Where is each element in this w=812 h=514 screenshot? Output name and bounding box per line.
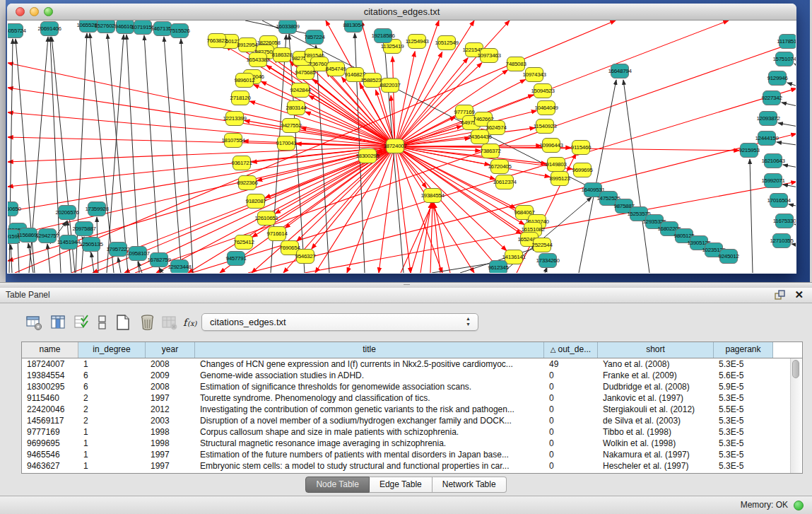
cell-pagerank[interactable]: 5.5E-5: [714, 404, 773, 415]
cell-short[interactable]: Hescheler et al. (1997): [598, 460, 714, 472]
graph-node[interactable]: 10974343: [525, 67, 543, 82]
tab-edge-table[interactable]: Edge Table: [370, 477, 433, 493]
cell-year[interactable]: 2003: [146, 415, 195, 426]
cell-pagerank[interactable]: 5.3E-5: [714, 438, 773, 449]
graph-node[interactable]: 9427552: [282, 118, 300, 133]
cell-in_degree[interactable]: 1: [78, 426, 146, 438]
graph-node[interactable]: 7857224: [305, 30, 324, 45]
graph-node[interactable]: 9612345: [489, 260, 507, 273]
cell-name[interactable]: 9465546: [22, 449, 78, 460]
cell-short[interactable]: Jankovic et al. (1997): [598, 392, 714, 404]
column-header-title[interactable]: title: [195, 342, 544, 358]
graph-node[interactable]: 9716614: [268, 226, 286, 241]
table-row[interactable]: 946362711997Embryonic stem cells: a mode…: [22, 460, 802, 472]
graph-node[interactable]: 11451944: [59, 235, 78, 250]
cell-out_degree[interactable]: 0: [544, 460, 598, 472]
cell-title[interactable]: Tourette syndrome. Phenomenology and cla…: [195, 392, 544, 404]
cell-title[interactable]: Disruption of a novel member of a sodium…: [195, 415, 544, 426]
graph-node[interactable]: 20975887: [75, 221, 93, 236]
graph-node[interactable]: 8454749: [326, 62, 345, 76]
graph-node[interactable]: 16782759: [150, 252, 168, 267]
cell-editor-button[interactable]: [92, 313, 112, 332]
graph-node[interactable]: 16210643: [764, 153, 782, 168]
table-row[interactable]: 1872400712008Changes of HCN gene express…: [22, 358, 802, 370]
graph-node[interactable]: 16543382: [249, 52, 267, 67]
graph-node[interactable]: 11178511: [779, 34, 796, 49]
graph-node[interactable]: 7515526: [170, 23, 189, 38]
cell-out_degree[interactable]: 0: [544, 381, 598, 392]
cell-title[interactable]: Genome-wide association studies in ADHD.: [195, 370, 544, 381]
vertical-scrollbar[interactable]: [790, 358, 801, 473]
graph-node[interactable]: 11540923: [536, 119, 554, 134]
table-row[interactable]: 1456911722003Disruption of a novel membe…: [22, 415, 802, 426]
float-panel-icon[interactable]: [775, 290, 785, 300]
cell-out_degree[interactable]: 0: [544, 404, 598, 415]
cell-title[interactable]: Estimation of significance thresholds fo…: [195, 381, 544, 392]
cell-name[interactable]: 22420046: [22, 404, 78, 415]
table-row[interactable]: 969969511998Structural magnetic resonanc…: [22, 438, 802, 449]
graph-node[interactable]: 9242844: [291, 83, 310, 98]
graph-node[interactable]: 16648794: [611, 64, 629, 78]
cell-short[interactable]: Stergiakouli et al. (2012): [598, 404, 714, 415]
graph-node[interactable]: 12213399: [225, 111, 244, 126]
graph-node[interactable]: 8822037: [381, 78, 399, 93]
cell-year[interactable]: 2008: [146, 381, 195, 392]
cell-short[interactable]: Nakamura et al. (1997): [598, 449, 714, 460]
graph-node[interactable]: 16033809: [278, 21, 297, 34]
graph-node[interactable]: 19384554: [423, 188, 442, 203]
graph-node[interactable]: 17359928: [88, 201, 106, 216]
create-table-button[interactable]: [113, 313, 133, 332]
table-selector-dropdown[interactable]: citations_edges.txt ▲▼: [201, 313, 478, 331]
graph-node[interactable]: 9215953: [740, 143, 758, 158]
graph-node[interactable]: 9457791: [227, 251, 245, 266]
column-header-in_degree[interactable]: in_degree: [78, 342, 146, 358]
cell-out_degree[interactable]: 0: [544, 438, 598, 449]
graph-node[interactable]: 2718120: [231, 90, 249, 105]
graph-node[interactable]: 24364436: [471, 129, 489, 144]
network-window-titlebar[interactable]: citations_edges.txt: [7, 4, 796, 21]
graph-node[interactable]: 25260650: [8, 201, 18, 216]
cell-short[interactable]: de Silva et al. (2003): [598, 415, 714, 426]
graph-node[interactable]: 9896012: [235, 73, 254, 88]
graph-node[interactable]: 17334260: [539, 253, 557, 268]
cell-short[interactable]: Tibbo et al. (1998): [598, 426, 714, 438]
node-table[interactable]: namein_degreeyeartitle△out_de...shortpag…: [21, 341, 803, 474]
cell-short[interactable]: Franke et al. (2009): [598, 370, 714, 381]
cell-pagerank[interactable]: 5.3E-5: [714, 415, 773, 426]
cell-year[interactable]: 2012: [146, 404, 195, 415]
graph-node[interactable]: 18724007: [386, 139, 404, 153]
graph-node[interactable]: 9182087: [247, 194, 265, 209]
cell-out_degree[interactable]: 49: [544, 358, 598, 370]
graph-node[interactable]: 15276021: [97, 21, 115, 33]
cell-in_degree[interactable]: 2: [78, 392, 146, 404]
graph-node[interactable]: 2522544: [533, 238, 551, 252]
cell-pagerank[interactable]: 5.3E-5: [714, 426, 773, 438]
cell-year[interactable]: 1997: [146, 392, 195, 404]
cell-year[interactable]: 1998: [146, 438, 195, 449]
cell-year[interactable]: 1998: [146, 426, 195, 438]
graph-node[interactable]: 9227342: [763, 90, 781, 105]
cell-pagerank[interactable]: 5.9E-5: [714, 381, 773, 392]
cell-in_degree[interactable]: 6: [78, 381, 146, 392]
cell-in_degree[interactable]: 1: [78, 460, 146, 472]
graph-node[interactable]: 10464049: [537, 100, 555, 115]
select-all-columns-button[interactable]: [72, 313, 92, 332]
table-row[interactable]: 977716911998Corpus callosum shape and si…: [22, 426, 802, 438]
graph-node[interactable]: 9115460: [572, 140, 590, 155]
cell-pagerank[interactable]: 5.6E-5: [714, 370, 773, 381]
graph-node[interactable]: 15094523: [534, 83, 552, 98]
graph-node[interactable]: 8995123: [551, 171, 569, 186]
cell-in_degree[interactable]: 2: [78, 415, 146, 426]
graph-node[interactable]: 12444159: [758, 131, 776, 146]
graph-node[interactable]: 9361721: [233, 156, 251, 170]
graph-node[interactable]: 8922366: [238, 175, 257, 190]
scrollbar-thumb[interactable]: [792, 360, 799, 378]
graph-node[interactable]: 9170041: [277, 136, 295, 151]
column-header-short[interactable]: short: [598, 342, 714, 358]
graph-node[interactable]: 10996443: [542, 138, 560, 153]
graph-node[interactable]: 9149803: [547, 157, 565, 172]
cell-out_degree[interactable]: 0: [544, 426, 598, 438]
column-header-out_degree[interactable]: △out_de...: [544, 342, 598, 358]
graph-node[interactable]: 19218586: [374, 28, 392, 43]
graph-node[interactable]: 15751074: [775, 52, 794, 66]
